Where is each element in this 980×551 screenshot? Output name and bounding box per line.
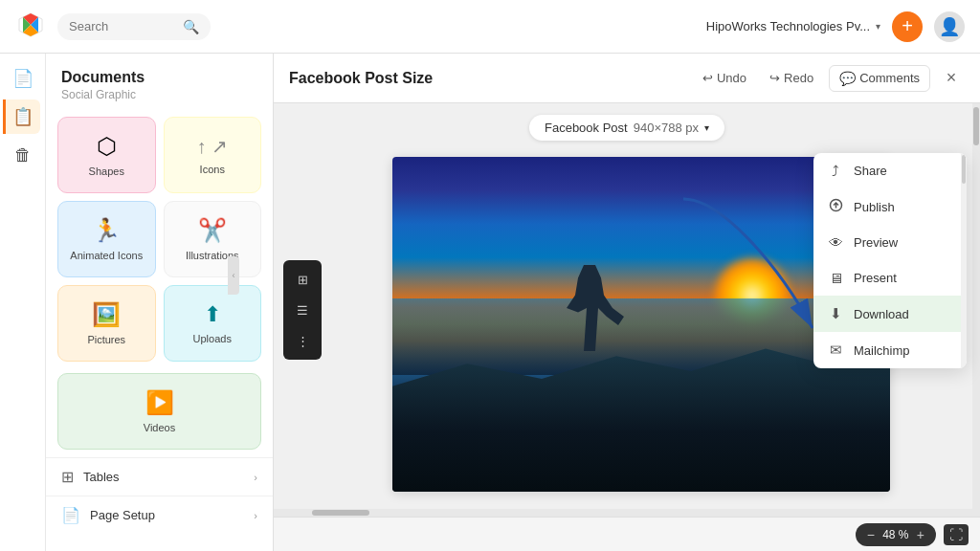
tables-chevron-icon: ›	[254, 472, 257, 483]
undo-icon: ↩	[702, 71, 713, 85]
align-tool-button[interactable]: ⋮	[289, 327, 316, 354]
zoom-control: − 48 % +	[856, 523, 936, 546]
body-area: 📄 📋 🗑 Documents Social Graphic ⬡ Shapes …	[0, 54, 980, 551]
undo-label: Undo	[717, 71, 746, 85]
user-icon: 👤	[939, 16, 960, 37]
publish-icon	[827, 198, 844, 215]
panel-card-shapes[interactable]: ⬡ Shapes	[57, 117, 156, 193]
zoom-out-button[interactable]: −	[865, 527, 877, 542]
mailchimp-icon: ✉	[827, 342, 844, 359]
search-bar[interactable]: 🔍	[57, 13, 211, 40]
tables-label: Tables	[83, 470, 120, 484]
align-icon: ⋮	[297, 334, 309, 348]
panel-header: Documents Social Graphic	[46, 54, 273, 105]
fullscreen-button[interactable]: ⛶	[944, 524, 969, 545]
app-logo[interactable]	[15, 10, 46, 44]
panel-card-uploads[interactable]: ⬆ Uploads	[164, 285, 262, 362]
undo-button[interactable]: ↩ Undo	[695, 67, 754, 89]
videos-label: Videos	[144, 422, 175, 433]
fullscreen-icon: ⛶	[949, 527, 963, 542]
icons-icon: ↑ ↗	[196, 135, 228, 158]
dropdown-menu: ⤴ Share Publish 👁 Preview 🖥	[813, 153, 967, 368]
panel-title: Documents	[61, 69, 257, 86]
animated-icons-label: Animated Icons	[70, 250, 143, 261]
dropdown-item-download[interactable]: ⬇ Download	[813, 296, 967, 332]
search-input[interactable]	[69, 19, 177, 33]
preview-label: Preview	[854, 235, 898, 250]
canvas-content: Facebook Post 940×788 px ▾ ⊞ ☰ ⋮	[274, 103, 980, 517]
videos-icon: ▶️	[145, 389, 174, 416]
dropdown-scrollbar[interactable]	[961, 153, 967, 368]
dropdown-scrollbar-thumb	[962, 155, 966, 184]
vertical-scrollbar[interactable]	[972, 103, 980, 509]
bottom-bar: − 48 % + ⛶	[274, 517, 980, 551]
share-label: Share	[854, 164, 887, 178]
left-panel: Documents Social Graphic ⬡ Shapes ↑ ↗ Ic…	[46, 54, 274, 551]
canvas-side-tool: ⊞ ☰ ⋮	[283, 260, 322, 360]
sidebar-item-trash[interactable]: 🗑	[6, 138, 40, 172]
avatar-button[interactable]: 👤	[934, 11, 965, 42]
panel-list-item-page-setup[interactable]: 📄 Page Setup ›	[46, 496, 273, 534]
canvas-chevron-icon: ▾	[704, 122, 709, 133]
panel-list-item-tables[interactable]: ⊞ Tables ›	[46, 457, 273, 496]
dropdown-item-mailchimp[interactable]: ✉ Mailchimp	[813, 332, 967, 368]
sidebar-item-documents[interactable]: 📋	[3, 99, 40, 134]
redo-button[interactable]: ↪ Redo	[762, 67, 821, 89]
page-setup-chevron-icon: ›	[254, 510, 257, 521]
grid-icon: ⊞	[298, 273, 308, 287]
top-navigation: 🔍 HipoWorks Technologies Pv... ▾ + 👤	[0, 0, 980, 54]
panel-grid: ⬡ Shapes ↑ ↗ Icons 🏃 Animated Icons ✂️ I…	[46, 105, 273, 373]
grid-tool-button[interactable]: ⊞	[289, 266, 316, 293]
panel-card-icons[interactable]: ↑ ↗ Icons	[164, 117, 262, 193]
sidebar-item-new-doc[interactable]: 📄	[6, 61, 40, 96]
v-scrollbar-thumb	[973, 107, 979, 145]
pictures-label: Pictures	[87, 334, 125, 345]
close-icon: ×	[947, 68, 957, 88]
dropdown-item-preview[interactable]: 👁 Preview	[813, 225, 967, 260]
comments-icon: 💬	[839, 71, 856, 86]
panel-card-pictures[interactable]: 🖼️ Pictures	[57, 285, 156, 362]
panel-collapse-handle[interactable]: ‹	[228, 256, 239, 295]
page-setup-icon: 📄	[61, 506, 80, 524]
company-name: HipoWorks Technologies Pv...	[706, 19, 870, 33]
h-scrollbar-thumb	[312, 510, 369, 516]
animated-icons-icon: 🏃	[92, 217, 121, 244]
tables-icon: ⊞	[61, 468, 74, 486]
horizontal-scrollbar[interactable]	[274, 509, 980, 517]
canvas-dimensions: 940×788 px	[634, 121, 699, 135]
share-icon: ⤴	[827, 163, 844, 179]
close-button[interactable]: ×	[938, 65, 965, 92]
documents-icon: 📋	[12, 106, 33, 127]
canvas-format-label: Facebook Post	[545, 121, 628, 135]
pictures-icon: 🖼️	[92, 301, 121, 328]
canvas-sub-toolbar[interactable]: Facebook Post 940×788 px ▾	[529, 115, 724, 141]
canvas-toolbar: Facebook Post Size ↩ Undo ↪ Redo 💬 Comme…	[274, 54, 980, 103]
shapes-icon: ⬡	[97, 133, 117, 160]
panel-card-videos[interactable]: ▶️ Videos	[57, 373, 261, 450]
zoom-in-button[interactable]: +	[915, 527, 926, 542]
company-selector[interactable]: HipoWorks Technologies Pv... ▾	[706, 19, 880, 33]
canvas-title: Facebook Post Size	[289, 70, 687, 87]
panel-card-animated-icons[interactable]: 🏃 Animated Icons	[57, 201, 156, 277]
uploads-icon: ⬆	[204, 302, 221, 327]
download-label: Download	[854, 307, 909, 321]
uploads-label: Uploads	[193, 333, 232, 344]
new-doc-icon: 📄	[12, 68, 33, 89]
mailchimp-label: Mailchimp	[854, 343, 910, 358]
layout-icon: ☰	[297, 303, 308, 318]
trash-icon: 🗑	[14, 145, 32, 165]
dropdown-item-present[interactable]: 🖥 Present	[813, 260, 967, 296]
dropdown-item-publish[interactable]: Publish	[813, 188, 967, 225]
icon-bar: 📄 📋 🗑	[0, 54, 46, 551]
icons-label: Icons	[200, 164, 225, 175]
comments-button[interactable]: 💬 Comments	[829, 65, 930, 92]
shapes-label: Shapes	[89, 165, 124, 177]
layout-tool-button[interactable]: ☰	[289, 297, 316, 323]
add-button[interactable]: +	[892, 11, 923, 42]
page-setup-label: Page Setup	[90, 508, 155, 522]
search-icon: 🔍	[183, 19, 199, 34]
panel-card-illustrations[interactable]: ✂️ Illustrations	[164, 201, 262, 277]
zoom-value: 48 %	[880, 528, 911, 541]
dropdown-item-share[interactable]: ⤴ Share	[813, 153, 967, 188]
zoom-out-icon: −	[867, 527, 875, 542]
